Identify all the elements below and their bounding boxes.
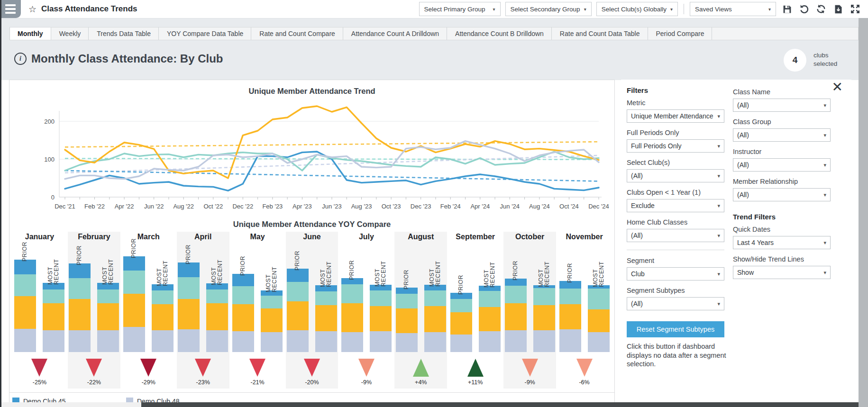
bar-prior: PRIOR [396, 244, 418, 352]
refresh-icon[interactable] [815, 3, 827, 15]
yoy-month-october: OctoberPRIORMOST RECENT-9% [503, 232, 556, 389]
fullscreen-icon[interactable] [849, 3, 861, 15]
bar-segment [287, 269, 309, 282]
filter-select-show-hide-trend-lines[interactable]: Show▾ [733, 266, 831, 279]
filter-class-group: Class Group(All)▾ [733, 118, 831, 142]
tab-period-compare[interactable]: Period Compare [648, 27, 713, 40]
bar-segment [232, 286, 254, 304]
svg-text:Jun '23: Jun '23 [322, 203, 342, 210]
horizontal-scrollbar-thumb[interactable] [141, 402, 859, 407]
info-icon[interactable]: i [14, 53, 27, 65]
primary-group-dropdown[interactable]: Select Primary Group▾ [419, 2, 501, 16]
horizontal-scrollbar[interactable] [0, 402, 859, 407]
filter-value: Unique Member Attendance [631, 112, 717, 120]
filter-select-home-club-classes[interactable]: (All)▾ [627, 229, 724, 242]
svg-text:Apr '22: Apr '22 [115, 203, 134, 210]
filter-select-metric[interactable]: Unique Member Attendance▾ [627, 109, 724, 123]
tab-weekly[interactable]: Weekly [51, 27, 89, 40]
chevron-down-icon: ▾ [717, 233, 720, 239]
vertical-scrollbar[interactable] [859, 18, 868, 407]
bar-rotated-label: MOST RECENT [483, 244, 496, 288]
bar-rotated-label: PRIOR [567, 263, 574, 283]
bar-rotated-label: PRIOR [185, 244, 192, 264]
hamburger-menu-icon[interactable] [0, 0, 21, 18]
svg-text:Apr '24: Apr '24 [470, 203, 490, 210]
save-icon[interactable] [781, 3, 793, 15]
svg-text:200: 200 [44, 118, 55, 125]
bar-segment [178, 262, 200, 277]
bar-rotated-label: PRIOR [294, 251, 301, 271]
month-label: June [286, 233, 338, 244]
bar-segment [588, 289, 610, 309]
bar-segment [69, 263, 91, 278]
filter-select-segment-subtypes[interactable]: (All)▾ [627, 297, 724, 310]
yoy-delta-label: -25% [13, 379, 66, 386]
filter-select-clubs-open-1-year-1[interactable]: Exclude▾ [627, 199, 724, 212]
bar-segment [261, 332, 283, 352]
bar-most-recent: MOST RECENT [261, 244, 283, 352]
clubs-globally-label: Select Club(s) Globally [602, 6, 667, 13]
saved-views-label: Saved Views [695, 6, 765, 13]
bar-segment [424, 290, 446, 306]
bar-segment [505, 303, 527, 330]
filter-select-class-group[interactable]: (All)▾ [733, 128, 831, 142]
yoy-month-july: JulyPRIORMOST RECENT-9% [340, 232, 393, 389]
yoy-chart-title: Unique Member Attendance YOY Compare [9, 218, 614, 229]
chevron-down-icon: ▾ [493, 7, 495, 12]
chevron-down-icon: ▾ [717, 113, 720, 119]
bar-rotated-label: PRIOR [77, 245, 83, 265]
bar-segment [424, 306, 446, 332]
svg-text:0: 0 [51, 194, 55, 201]
bar-segment [559, 289, 581, 304]
tab-rate-and-count-compare[interactable]: Rate and Count Compare [251, 27, 343, 40]
app-title: Class Attendance Trends [41, 4, 137, 14]
yoy-down-arrow-icon [195, 359, 211, 377]
filter-select-member-relationship[interactable]: (All)▾ [733, 188, 831, 201]
svg-text:Feb '23: Feb '23 [262, 203, 283, 210]
svg-text:Aug '22: Aug '22 [173, 203, 194, 210]
export-icon[interactable] [832, 3, 844, 15]
filter-select-class-name[interactable]: (All)▾ [733, 99, 831, 112]
chevron-down-icon: ▾ [717, 173, 720, 179]
yoy-month-august: AugustPRIORMOST RECENT+4% [394, 232, 447, 389]
yoy-delta-label: -6% [558, 379, 611, 386]
bar-segment [123, 327, 145, 352]
tab-attendance-count-a-drilldown[interactable]: Attendance Count A Drilldown [343, 27, 447, 40]
bar-rotated-label: MOST RECENT [265, 249, 278, 292]
filter-select-select-club-s[interactable]: (All)▾ [627, 169, 724, 182]
trend-chart: 0100200Dec '21Feb '22Apr '22Jun '22Aug '… [9, 97, 614, 218]
favorite-star-icon[interactable]: ☆ [28, 4, 37, 15]
bar-segment [261, 296, 283, 308]
yoy-delta-label: -9% [340, 379, 393, 386]
chevron-down-icon: ▾ [768, 7, 771, 12]
tab-rate-and-count-data-table[interactable]: Rate and Count Data Table [552, 27, 648, 40]
bar-segment [14, 274, 36, 296]
undo-icon[interactable] [798, 3, 810, 15]
filter-value: Exclude [631, 202, 717, 209]
filter-metric: MetricUnique Member Attendance▾ [627, 99, 724, 123]
month-label: August [394, 233, 447, 244]
filter-label: Quick Dates [733, 226, 831, 233]
yoy-month-january: JanuaryPRIORMOST RECENT-25% [13, 232, 66, 389]
bar-segment [505, 330, 527, 352]
trend-chart-title: Unique Member Attendance Trend [9, 80, 614, 96]
filter-label: Full Periods Only [627, 129, 724, 136]
tab-attendance-count-b-drilldown[interactable]: Attendance Count B Drilldown [447, 27, 552, 40]
tab-trends-data-table[interactable]: Trends Data Table [89, 27, 159, 40]
filter-select-quick-dates[interactable]: Last 4 Years▾ [733, 236, 831, 249]
filter-select-instructor[interactable]: (All)▾ [733, 158, 831, 172]
clubs-globally-dropdown[interactable]: Select Club(s) Globally▾ [596, 2, 678, 16]
secondary-group-dropdown[interactable]: Select Secondary Group▾ [505, 2, 592, 16]
yoy-delta-label: +11% [449, 379, 502, 386]
close-icon[interactable]: ✕ [832, 81, 843, 94]
filter-select-segment[interactable]: Club▾ [627, 267, 724, 280]
saved-views-dropdown[interactable]: Saved Views▾ [690, 2, 776, 16]
clubs-selected-badge: 4 [784, 49, 806, 72]
bar-segment [450, 312, 472, 334]
tab-yoy-compare-data-table[interactable]: YOY Compare Data Table [159, 27, 251, 40]
filter-select-full-periods-only[interactable]: Full Periods Only▾ [627, 139, 724, 153]
tab-monthly[interactable]: Monthly [9, 27, 51, 40]
bar-most-recent: MOST RECENT [315, 244, 337, 352]
reset-segment-subtypes-button[interactable]: Reset Segment Subtypes [627, 321, 724, 337]
bar-segment [69, 278, 91, 299]
